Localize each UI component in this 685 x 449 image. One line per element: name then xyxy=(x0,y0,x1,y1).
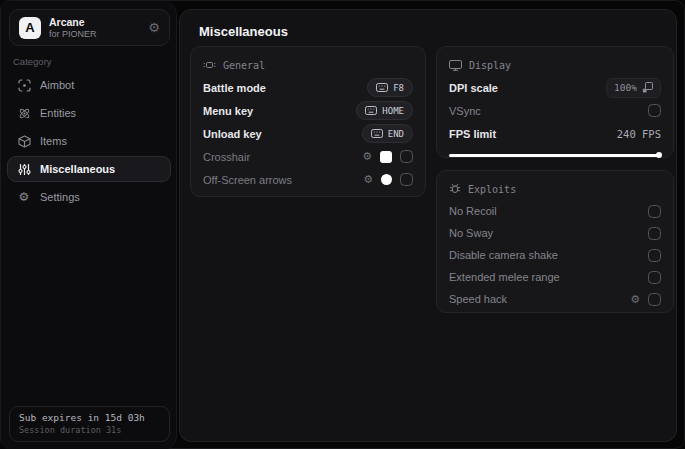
sidebar-nav: Aimbot Entities xyxy=(7,72,171,210)
exploits-panel: Exploits No Recoil No Sway Disable camer… xyxy=(436,170,674,313)
app-logo: A xyxy=(19,17,41,39)
vsync-checkbox[interactable] xyxy=(648,104,661,117)
crosshair-scan-icon xyxy=(17,78,31,92)
display-panel-title: Display xyxy=(469,60,511,71)
crosshair-checkbox[interactable] xyxy=(400,150,413,163)
display-panel-header: Display xyxy=(449,56,661,74)
unload-key-key: END xyxy=(388,129,404,139)
offscreen-arrows-row: Off-Screen arrows ⚙ xyxy=(203,168,413,191)
sliders-icon xyxy=(17,162,31,176)
no-sway-label: No Sway xyxy=(449,227,648,239)
exploits-panel-title: Exploits xyxy=(468,184,516,195)
unload-key-label: Unload key xyxy=(203,128,362,140)
dpi-scale-select[interactable]: 100% xyxy=(606,78,661,98)
menu-key-row: Menu key HOME xyxy=(203,99,413,122)
dpi-scale-value: 100% xyxy=(614,82,637,93)
fps-limit-value: 240 FPS xyxy=(617,128,661,140)
vsync-label: VSync xyxy=(449,105,648,117)
atom-icon xyxy=(17,106,31,120)
package-icon xyxy=(17,134,31,148)
sidebar-item-miscellaneous[interactable]: Miscellaneous xyxy=(7,156,171,182)
crosshair-label: Crosshair xyxy=(203,151,362,163)
general-panel: General Battle mode F8 Menu key xyxy=(190,46,426,197)
crosshair-controls: ⚙ xyxy=(362,150,413,163)
monitor-icon xyxy=(449,60,462,71)
fps-limit-slider[interactable] xyxy=(449,151,661,159)
dpi-scale-label: DPI scale xyxy=(449,82,606,94)
sub-expiry-text: Sub expires in 15d 03h xyxy=(19,412,160,423)
speed-hack-label: Speed hack xyxy=(449,293,630,305)
session-duration-text: Session duration 31s xyxy=(19,425,160,435)
crosshair-color-swatch[interactable] xyxy=(380,151,392,163)
vsync-row: VSync xyxy=(449,99,661,122)
fps-limit-label: FPS limit xyxy=(449,128,617,140)
crosshair-row: Crosshair ⚙ xyxy=(203,145,413,168)
category-label: Category xyxy=(13,56,52,67)
sidebar: A Arcane for PIONER ⚙ Category Aimbot xyxy=(1,1,177,449)
subscription-info-card: Sub expires in 15d 03h Session duration … xyxy=(9,406,170,442)
slider-handle[interactable] xyxy=(656,152,662,158)
app-logo-letter: A xyxy=(25,20,34,35)
sidebar-item-label: Entities xyxy=(40,107,76,119)
extended-melee-range-row: Extended melee range xyxy=(449,266,661,288)
sidebar-item-label: Items xyxy=(40,135,67,147)
sidebar-item-label: Miscellaneous xyxy=(40,163,115,175)
keyboard-icon xyxy=(376,83,388,92)
page-title: Miscellaneous xyxy=(199,24,288,39)
brand-card: A Arcane for PIONER ⚙ xyxy=(9,9,170,46)
battle-mode-keybind-button[interactable]: F8 xyxy=(367,78,413,97)
no-sway-checkbox[interactable] xyxy=(648,227,661,240)
battle-mode-label: Battle mode xyxy=(203,82,367,94)
offscreen-arrows-controls: ⚙ xyxy=(363,173,413,186)
settings-gear-icon[interactable]: ⚙ xyxy=(148,21,160,34)
battle-mode-key: F8 xyxy=(393,83,404,93)
disable-camera-shake-label: Disable camera shake xyxy=(449,249,648,261)
no-recoil-label: No Recoil xyxy=(449,205,648,217)
sidebar-item-items[interactable]: Items xyxy=(7,128,171,154)
no-sway-row: No Sway xyxy=(449,222,661,244)
speed-hack-controls: ⚙ xyxy=(630,293,661,306)
no-recoil-checkbox[interactable] xyxy=(648,205,661,218)
gear-icon: ⚙ xyxy=(17,190,31,204)
general-panel-header: General xyxy=(203,56,413,74)
sidebar-item-label: Aimbot xyxy=(40,79,74,91)
offscreen-arrows-label: Off-Screen arrows xyxy=(203,174,363,186)
no-recoil-row: No Recoil xyxy=(449,200,661,222)
extended-melee-range-checkbox[interactable] xyxy=(648,271,661,284)
menu-key-keybind-button[interactable]: HOME xyxy=(356,101,413,120)
display-panel: Display DPI scale 100% VSync FPS limit xyxy=(436,46,674,158)
app-window: A Arcane for PIONER ⚙ Category Aimbot xyxy=(0,0,685,449)
scale-icon xyxy=(642,82,653,93)
keyboard-icon xyxy=(371,129,383,138)
speed-hack-row: Speed hack ⚙ xyxy=(449,288,661,310)
unload-key-keybind-button[interactable]: END xyxy=(362,124,413,143)
brand-subtitle: for PIONER xyxy=(49,29,97,40)
speed-hack-settings-gear-icon[interactable]: ⚙ xyxy=(630,294,640,305)
fps-limit-row: FPS limit 240 FPS xyxy=(449,122,661,145)
offscreen-arrows-checkbox[interactable] xyxy=(400,173,413,186)
slider-fill xyxy=(449,154,661,157)
brand-text: Arcane for PIONER xyxy=(49,16,97,40)
sidebar-item-aimbot[interactable]: Aimbot xyxy=(7,72,171,98)
crosshair-settings-gear-icon[interactable]: ⚙ xyxy=(362,151,372,162)
battle-mode-row: Battle mode F8 xyxy=(203,76,413,99)
keyboard-icon xyxy=(365,106,377,115)
general-panel-title: General xyxy=(223,60,265,71)
sidebar-item-label: Settings xyxy=(40,191,80,203)
unload-key-row: Unload key END xyxy=(203,122,413,145)
offscreen-arrows-color-swatch[interactable] xyxy=(381,174,392,185)
menu-key-label: Menu key xyxy=(203,105,356,117)
dpi-scale-row: DPI scale 100% xyxy=(449,76,661,99)
menu-key-key: HOME xyxy=(382,106,404,116)
sidebar-item-entities[interactable]: Entities xyxy=(7,100,171,126)
sidebar-item-settings[interactable]: ⚙ Settings xyxy=(7,184,171,210)
bug-icon xyxy=(449,183,461,195)
keyboard-icon xyxy=(203,60,216,70)
exploits-panel-header: Exploits xyxy=(449,180,661,198)
extended-melee-range-label: Extended melee range xyxy=(449,271,648,283)
brand-name: Arcane xyxy=(49,16,97,28)
disable-camera-shake-checkbox[interactable] xyxy=(648,249,661,262)
speed-hack-checkbox[interactable] xyxy=(648,293,661,306)
offscreen-arrows-settings-gear-icon[interactable]: ⚙ xyxy=(363,174,373,185)
disable-camera-shake-row: Disable camera shake xyxy=(449,244,661,266)
